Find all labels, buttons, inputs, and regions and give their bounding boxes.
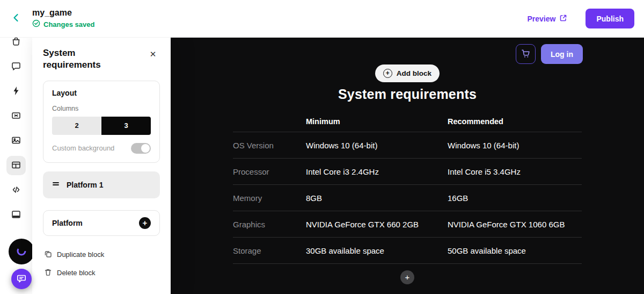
- row-minimum: Intel Core i3 2.4GHz: [306, 167, 448, 176]
- duplicate-block-label: Duplicate block: [57, 250, 104, 259]
- store-icon: [11, 38, 21, 48]
- custom-background-label: Custom background: [52, 144, 114, 152]
- requirements-table: Minimum Recommended OS Version Windows 1…: [233, 111, 582, 264]
- add-platform-label: Platform: [52, 219, 83, 227]
- copy-icon: [44, 250, 52, 260]
- block-settings-panel: System requirements ✕ Layout Columns 2 3…: [32, 38, 171, 294]
- check-circle-icon: [32, 19, 40, 29]
- page-title: my_game: [32, 8, 94, 18]
- table-row: Graphics NVIDIA GeForce GTX 660 2GB NVID…: [233, 211, 582, 238]
- add-block-label: Add block: [397, 69, 431, 77]
- topbar-right: Preview Publish: [528, 9, 636, 28]
- row-recommended: Windows 10 (64-bit): [448, 141, 582, 150]
- row-recommended: NVIDIA GeForce GTX 1060 6GB: [448, 220, 582, 229]
- table-row: OS Version Windows 10 (64-bit) Windows 1…: [233, 132, 582, 159]
- preview-label: Preview: [528, 15, 556, 23]
- table-header-minimum: Minimum: [306, 117, 448, 126]
- topbar: my_game Changes saved Preview Publish: [0, 0, 644, 38]
- content-area: System requirements ✕ Layout Columns 2 3…: [0, 38, 644, 294]
- bottom-add-row: +: [171, 270, 644, 284]
- add-block-button[interactable]: + Add block: [375, 64, 440, 82]
- preview-button[interactable]: Preview: [528, 14, 568, 24]
- sidebar-item-boost[interactable]: [6, 82, 26, 101]
- custom-background-toggle[interactable]: [131, 143, 151, 154]
- game-logo-icon: [16, 245, 27, 259]
- columns-segmented-control: 2 3: [52, 117, 151, 135]
- panel-header: System requirements ✕: [43, 47, 160, 71]
- layout-card: Layout Columns 2 3 Custom background: [43, 81, 160, 163]
- back-button[interactable]: [6, 9, 26, 28]
- row-label: Memory: [233, 193, 306, 203]
- site-preview: Log in + Add block System requirements M…: [171, 38, 644, 294]
- table-row: Memory 8GB 16GB: [233, 185, 582, 211]
- toggle-knob: [141, 144, 150, 153]
- row-label: Storage: [233, 246, 306, 255]
- row-minimum: 30GB available space: [306, 246, 448, 255]
- sidebar-item-messages[interactable]: [6, 57, 26, 76]
- image-icon: [11, 135, 21, 147]
- save-status: Changes saved: [32, 19, 94, 29]
- site-builder-app: my_game Changes saved Preview Publish: [0, 0, 644, 294]
- row-recommended: 16GB: [448, 193, 582, 203]
- sidebar-item-store[interactable]: [6, 38, 26, 52]
- row-minimum: Windows 10 (64-bit): [306, 141, 448, 150]
- topbar-left: my_game Changes saved: [6, 8, 94, 29]
- table-row: Processor Intel Core i3 2.4GHz Intel Cor…: [233, 159, 582, 185]
- add-platform-button[interactable]: Platform +: [43, 210, 160, 236]
- chat-bubble-icon: [11, 61, 21, 73]
- delete-block-label: Delete block: [57, 269, 96, 277]
- layout-card-title: Layout: [52, 89, 151, 97]
- preview-header-controls: Log in: [516, 44, 583, 64]
- code-icon: [11, 184, 21, 197]
- table-icon: [11, 160, 21, 172]
- close-icon[interactable]: ✕: [146, 47, 160, 61]
- row-recommended: 50GB available space: [448, 246, 582, 255]
- add-section-button[interactable]: +: [400, 270, 414, 284]
- platform-item-label: Platform 1: [67, 181, 103, 189]
- title-block: my_game Changes saved: [32, 8, 94, 29]
- columns-option-2[interactable]: 2: [52, 117, 101, 135]
- save-status-text: Changes saved: [43, 20, 94, 28]
- workspace-avatar[interactable]: [9, 239, 34, 264]
- chat-lines-icon: [16, 273, 27, 285]
- custom-background-row: Custom background: [52, 143, 151, 154]
- delete-block-button[interactable]: Delete block: [44, 268, 96, 278]
- sidebar-item-media[interactable]: [6, 131, 26, 150]
- row-minimum: NVIDIA GeForce GTX 660 2GB: [306, 220, 448, 229]
- footer-icon: [11, 209, 21, 221]
- sidebar-item-banner[interactable]: [6, 106, 26, 126]
- plus-icon: +: [139, 217, 151, 229]
- row-label: Graphics: [233, 220, 306, 229]
- section-heading: System requirements: [171, 87, 644, 102]
- plus-icon: +: [383, 69, 392, 78]
- lightning-icon: [11, 85, 21, 98]
- row-label: Processor: [233, 167, 306, 176]
- table-header-row: Minimum Recommended: [233, 111, 582, 132]
- publish-button[interactable]: Publish: [586, 9, 634, 28]
- sidebar-item-requirements-table[interactable]: [6, 156, 26, 175]
- login-button[interactable]: Log in: [541, 44, 583, 64]
- columns-option-3[interactable]: 3: [101, 117, 151, 135]
- table-header-recommended: Recommended: [448, 117, 582, 126]
- banner-icon: [11, 110, 21, 123]
- drag-handle-icon: [52, 180, 60, 190]
- duplicate-block-button[interactable]: Duplicate block: [44, 250, 104, 260]
- trash-icon: [44, 268, 52, 278]
- row-recommended: Intel Core i5 3.4GHz: [448, 167, 582, 176]
- external-link-icon: [559, 14, 567, 24]
- row-label: OS Version: [233, 141, 306, 150]
- sidebar-item-embed-code[interactable]: [6, 181, 26, 200]
- columns-label: Columns: [52, 105, 151, 112]
- sidebar-item-footer[interactable]: [6, 205, 26, 225]
- cart-button[interactable]: [516, 44, 536, 64]
- table-row: Storage 30GB available space 50GB availa…: [233, 238, 582, 264]
- cart-icon: [521, 48, 531, 60]
- panel-title: System requirements: [43, 47, 123, 71]
- platform-list-item[interactable]: Platform 1: [43, 171, 160, 198]
- chat-widget-button[interactable]: [11, 269, 32, 289]
- row-minimum: 8GB: [306, 193, 448, 203]
- chevron-left-icon: [11, 12, 21, 25]
